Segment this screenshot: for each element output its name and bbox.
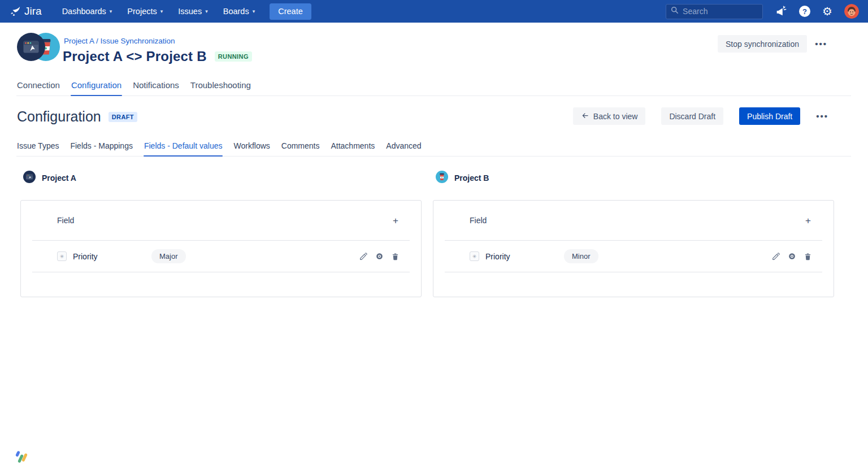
jira-logo[interactable]: Jira: [9, 5, 42, 18]
view-icon[interactable]: [375, 251, 384, 261]
add-field-button[interactable]: +: [805, 216, 811, 225]
page-title: Project A <> Project B: [63, 49, 207, 64]
tab-notifications[interactable]: Notifications: [132, 80, 180, 95]
tab-connection[interactable]: Connection: [16, 80, 60, 95]
nav-item-projects[interactable]: Projects ▾: [127, 7, 163, 16]
row-actions: [771, 251, 812, 261]
edit-icon[interactable]: [359, 252, 368, 261]
subtab-fields-mappings[interactable]: Fields - Mappings: [70, 141, 133, 156]
tab-troubleshooting[interactable]: Troubleshooting: [190, 80, 251, 95]
add-field-button[interactable]: +: [393, 216, 398, 225]
project-a-header: Project A: [23, 171, 422, 185]
app-window: Jira Dashboards ▾ Projects ▾ Issues ▾ Bo…: [0, 0, 868, 469]
delete-icon[interactable]: [804, 252, 812, 261]
brand-text: Jira: [24, 5, 42, 18]
nav-item-boards[interactable]: Boards ▾: [223, 7, 255, 16]
nav-right-cluster: ? ⚙: [666, 4, 859, 19]
configuration-heading: Configuration: [17, 108, 101, 125]
row-actions: [359, 251, 400, 261]
field-row-priority: ✳ Priority Major: [32, 240, 410, 272]
stop-synchronization-button[interactable]: Stop synchronization: [718, 35, 807, 53]
priority-field-type-icon: ✳: [470, 251, 479, 261]
top-nav: Jira Dashboards ▾ Projects ▾ Issues ▾ Bo…: [0, 0, 868, 23]
main-tabs: Connection Configuration Notifications T…: [16, 80, 851, 96]
view-icon[interactable]: [787, 251, 797, 261]
running-status-badge: RUNNING: [215, 51, 252, 62]
project-b-pane: Project B Field + ✳ Priority Minor: [433, 171, 834, 297]
chevron-down-icon: ▾: [160, 8, 163, 14]
subtab-attachments[interactable]: Attachments: [330, 141, 375, 156]
help-icon[interactable]: ?: [799, 6, 810, 17]
breadcrumb[interactable]: Project A / Issue Synchronization: [64, 37, 175, 45]
field-name: Priority: [485, 252, 564, 261]
default-value-chip: Minor: [564, 249, 598, 263]
nav-item-issues[interactable]: Issues ▾: [178, 7, 207, 16]
edit-icon[interactable]: [771, 252, 780, 261]
chevron-down-icon: ▾: [110, 8, 112, 14]
subtab-fields-default-values[interactable]: Fields - Default values: [144, 141, 223, 156]
subtab-advanced[interactable]: Advanced: [385, 141, 422, 156]
draft-badge: DRAFT: [108, 112, 137, 122]
gear-icon[interactable]: ⚙: [822, 6, 832, 17]
nav-menu: Dashboards ▾ Projects ▾ Issues ▾ Boards …: [62, 7, 255, 16]
project-b-header: Project B: [436, 171, 834, 185]
project-a-avatar: [17, 33, 45, 63]
subtab-comments[interactable]: Comments: [281, 141, 320, 156]
configuration-subtabs: Issue Types Fields - Mappings Fields - D…: [16, 141, 851, 157]
exalate-logo-bar-blue: [15, 451, 20, 457]
priority-field-type-icon: ✳: [57, 251, 67, 261]
field-column-header: Field: [470, 216, 487, 225]
back-to-view-button[interactable]: Back to view: [573, 107, 646, 125]
project-a-name: Project A: [42, 173, 76, 183]
project-b-name: Project B: [454, 173, 489, 183]
subtab-issue-types[interactable]: Issue Types: [16, 141, 59, 156]
search-icon: [671, 6, 679, 16]
exalate-logo: [15, 450, 29, 464]
default-value-chip: Major: [151, 249, 186, 263]
search-box[interactable]: [666, 4, 763, 19]
nav-item-label: Issues: [178, 7, 202, 16]
project-a-pane: Project A Field + ✳ Priority Major: [20, 171, 422, 297]
field-column-header: Field: [57, 216, 74, 225]
announcements-icon[interactable]: [775, 5, 787, 18]
project-a-avatar-small: [23, 171, 36, 185]
back-arrow-icon: [581, 111, 589, 121]
header-more-menu-button[interactable]: •••: [815, 39, 827, 49]
field-name: Priority: [73, 252, 151, 261]
nav-item-dashboards[interactable]: Dashboards ▾: [62, 7, 112, 16]
nav-item-label: Dashboards: [62, 7, 106, 16]
project-a-fields-panel: Field + ✳ Priority Major: [20, 200, 422, 297]
delete-icon[interactable]: [391, 252, 400, 261]
field-row-priority: ✳ Priority Minor: [445, 240, 822, 272]
jira-logo-icon: [9, 5, 21, 18]
search-input[interactable]: [683, 7, 758, 16]
configuration-actions: Back to view Discard Draft Publish Draft…: [573, 107, 828, 125]
tab-configuration[interactable]: Configuration: [71, 80, 122, 95]
discard-draft-button[interactable]: Discard Draft: [661, 107, 723, 125]
create-button[interactable]: Create: [270, 3, 311, 20]
configuration-more-menu-button[interactable]: •••: [816, 111, 828, 121]
subtab-workflows[interactable]: Workflows: [233, 141, 270, 156]
chevron-down-icon: ▾: [205, 8, 208, 14]
user-avatar[interactable]: [844, 4, 859, 19]
chevron-down-icon: ▾: [253, 8, 255, 14]
project-b-avatar-small: [436, 171, 448, 185]
nav-item-label: Boards: [223, 7, 249, 16]
connection-avatars: [17, 32, 61, 62]
nav-item-label: Projects: [127, 7, 157, 16]
project-b-fields-panel: Field + ✳ Priority Minor: [433, 200, 834, 297]
publish-draft-button[interactable]: Publish Draft: [739, 107, 800, 125]
back-to-view-label: Back to view: [593, 112, 638, 121]
